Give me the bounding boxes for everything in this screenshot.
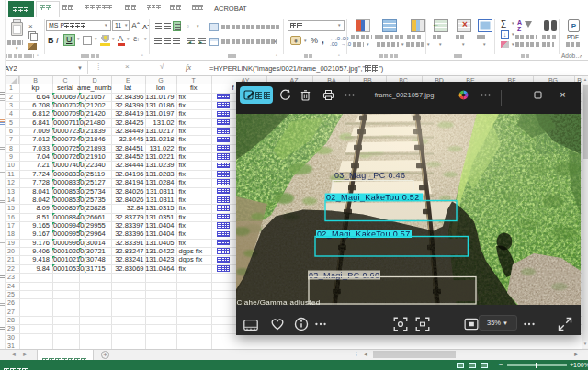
- svg-text:02_Magi_KakeTou 0.57: 02_Magi_KakeTou 0.57: [317, 230, 411, 239]
- svg-text:Clahe/Gamma adjusted: Clahe/Gamma adjusted: [237, 297, 321, 305]
- svg-text:03_Magi_PC 0.46: 03_Magi_PC 0.46: [334, 171, 405, 180]
- svg-text:03_Magi_PC 0.60: 03_Magi_PC 0.60: [309, 270, 379, 279]
